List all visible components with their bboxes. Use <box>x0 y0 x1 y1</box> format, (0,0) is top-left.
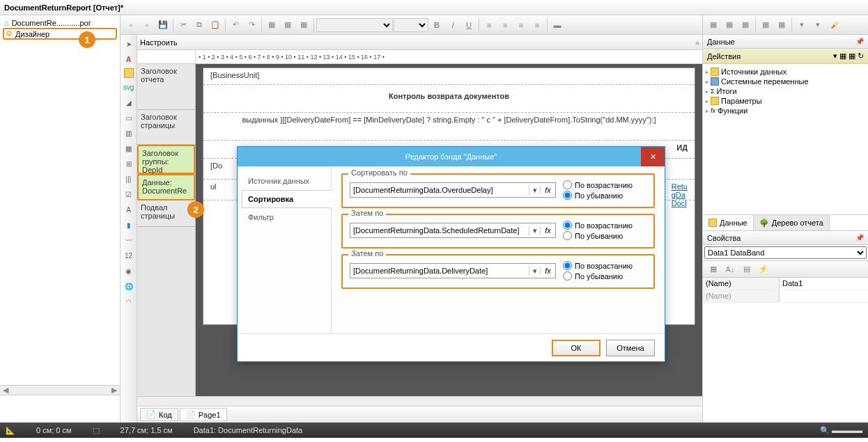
cut-icon[interactable]: ✂ <box>176 17 191 33</box>
sort1-desc-radio[interactable]: По убыванию <box>563 191 646 200</box>
grid3-icon[interactable]: ▦ <box>738 17 753 33</box>
group-header-band[interactable]: Заголовок группы: DepId <box>137 145 195 174</box>
grid1-icon[interactable]: ▦ <box>706 17 721 33</box>
text-align-right-icon[interactable]: ≡ <box>513 17 529 33</box>
barcode-tool-icon[interactable]: ||| <box>123 173 135 185</box>
copy-icon[interactable]: ⧉ <box>192 17 207 33</box>
text-align-center-icon[interactable]: ≡ <box>497 17 513 33</box>
configure-label[interactable]: Настроить <box>140 38 178 47</box>
size-select[interactable] <box>394 18 428 32</box>
sort2-field-combo[interactable]: [DocumentReturningData.ScheduledReturnDa… <box>350 223 556 238</box>
page-header-band[interactable]: Заголовок страницы <box>137 110 195 145</box>
checkbox-tool-icon[interactable]: ☑ <box>123 188 135 200</box>
prop-az-icon[interactable]: A↓ <box>722 262 738 277</box>
undo-icon[interactable]: ↶ <box>228 17 243 33</box>
chart-tool-icon[interactable]: ▮ <box>123 219 135 231</box>
prop-row-name[interactable]: (Name) Data1 <box>703 278 868 290</box>
paste-icon[interactable]: 📋 <box>208 17 223 33</box>
svg-tool-icon[interactable]: svg <box>123 81 135 93</box>
report-subtitle-text[interactable]: выданных ][[DeliveryDateFrom] == [MinDel… <box>242 116 656 124</box>
close-icon[interactable]: ✕ <box>641 147 665 166</box>
pin-icon[interactable]: 📌 <box>855 38 864 45</box>
grid-tool-icon[interactable]: ⊞ <box>123 157 135 170</box>
text-tool-icon[interactable]: A <box>123 53 135 65</box>
opt2-icon[interactable]: ▾ <box>810 17 826 33</box>
italic-icon[interactable]: I <box>445 17 460 33</box>
report-header-band[interactable]: Заголовок отчета <box>137 64 195 110</box>
businessunit-field[interactable]: [BusinessUnit] <box>210 71 259 79</box>
tree-designer-node[interactable]: Дизайнер <box>3 28 117 40</box>
prop-cat-icon[interactable]: ▦ <box>706 262 721 277</box>
align-center-icon[interactable]: ▦ <box>280 17 295 33</box>
opt1-icon[interactable]: ▾ <box>794 17 809 33</box>
params-node[interactable]: Параметры <box>706 96 865 106</box>
h-scrollbar[interactable] <box>137 396 702 406</box>
id-column[interactable]: ИД <box>676 143 688 152</box>
tree-report-node[interactable]: DocumentRe...........por <box>3 18 117 28</box>
container-tool-icon[interactable]: ▥ <box>123 127 135 139</box>
chevron-down-icon[interactable]: ▾ <box>529 226 540 235</box>
new-icon[interactable]: ▫ <box>123 17 139 33</box>
paint-icon[interactable]: 🖌 <box>826 17 842 33</box>
underline-icon[interactable]: U <box>461 17 476 33</box>
redo-icon[interactable]: ↷ <box>244 17 259 33</box>
align-left-icon[interactable]: ▦ <box>264 17 279 33</box>
image-tool-icon[interactable] <box>124 68 134 78</box>
bold-icon[interactable]: B <box>429 17 444 33</box>
grid5-icon[interactable]: ▦ <box>774 17 789 33</box>
sort-tab[interactable]: Сортировка <box>242 190 332 208</box>
chevron-down-icon[interactable]: ▾ <box>529 267 540 276</box>
page-footer-band[interactable]: Подвал страницы <box>137 200 195 227</box>
filter-tab[interactable]: Фильтр <box>242 208 327 226</box>
code-tab[interactable]: 📄 Код <box>140 408 178 421</box>
sort3-desc-radio[interactable]: По убыванию <box>563 271 646 281</box>
ruler-tool-icon[interactable]: 12 <box>123 249 135 262</box>
grid2-icon[interactable]: ▦ <box>722 17 737 33</box>
fx-icon[interactable]: fx <box>540 186 555 194</box>
totals-node[interactable]: ΣИтоги <box>706 86 865 96</box>
actions-bar[interactable]: Действия ▾ ▦ ▦ ↻ <box>703 49 868 64</box>
open-icon[interactable]: ▫ <box>139 17 155 33</box>
sort3-asc-radio[interactable]: По возрастанию <box>563 261 646 270</box>
sort2-desc-radio[interactable]: По убыванию <box>563 231 646 240</box>
data-tab[interactable]: Данные <box>703 215 754 230</box>
pointer-icon[interactable]: ➤ <box>123 38 135 50</box>
text-align-justify-icon[interactable]: ≡ <box>529 17 545 33</box>
link-fields[interactable]: RetugDaDocl <box>672 182 688 197</box>
sort3-field-combo[interactable]: [DocumentReturningData.DeliveryDate] ▾ f… <box>350 263 556 278</box>
panel-tool-icon[interactable]: ▭ <box>123 111 135 124</box>
map-tool-icon[interactable]: ◠ <box>123 295 135 308</box>
sparkline-tool-icon[interactable]: 〰 <box>123 234 135 246</box>
color-icon[interactable]: ▬ <box>550 17 565 33</box>
dialog-title-bar[interactable]: Редактор бэнда "Данные" ✕ <box>238 147 665 166</box>
cancel-button[interactable]: Отмена <box>606 340 655 356</box>
data-sources-node[interactable]: Источники данных <box>706 67 865 77</box>
props-pin-icon[interactable]: 📌 <box>855 234 864 242</box>
fx-icon[interactable]: fx <box>540 267 555 275</box>
data-band[interactable]: Данные: DocumentRe <box>137 174 195 200</box>
shape-tool-icon[interactable]: ◢ <box>123 96 135 109</box>
report-tree-tab[interactable]: 🌳Дерево отчета <box>754 215 830 230</box>
sort2-asc-radio[interactable]: По возрастанию <box>563 221 646 230</box>
grid4-icon[interactable]: ▦ <box>758 17 773 33</box>
font-select[interactable] <box>316 18 393 32</box>
ul-field[interactable]: ul <box>210 182 217 197</box>
table-tool-icon[interactable]: ▦ <box>123 142 135 155</box>
source-tab[interactable]: Источник данных <box>242 172 327 190</box>
do-field[interactable]: [Do <box>210 161 222 170</box>
funcs-node[interactable]: fxФункции <box>706 106 865 116</box>
ok-button[interactable]: ОК <box>552 340 600 356</box>
sort1-field-combo[interactable]: [DocumentReturningData.OverdueDelay] ▾ f… <box>350 182 556 198</box>
richtext-tool-icon[interactable]: A <box>123 203 135 216</box>
actions-dropdown-icon[interactable]: ▾ ▦ ▦ ↻ <box>833 52 864 61</box>
status-zoom-icon[interactable]: 🔍 ▬▬▬▬ <box>820 426 862 435</box>
prop-filter-icon[interactable]: ▤ <box>739 262 754 277</box>
gauge-tool-icon[interactable]: ◉ <box>123 265 135 277</box>
report-title-text[interactable]: Контроль возврата документов <box>389 92 509 100</box>
expand-icon[interactable]: » <box>695 38 699 47</box>
save-icon[interactable]: 💾 <box>155 17 171 33</box>
prop-lightning-icon[interactable]: ⚡ <box>756 262 771 277</box>
page1-tab[interactable]: 📄 Page1 <box>180 408 227 421</box>
sort1-asc-radio[interactable]: По возрастанию <box>563 180 646 189</box>
fx-icon[interactable]: fx <box>540 226 555 235</box>
